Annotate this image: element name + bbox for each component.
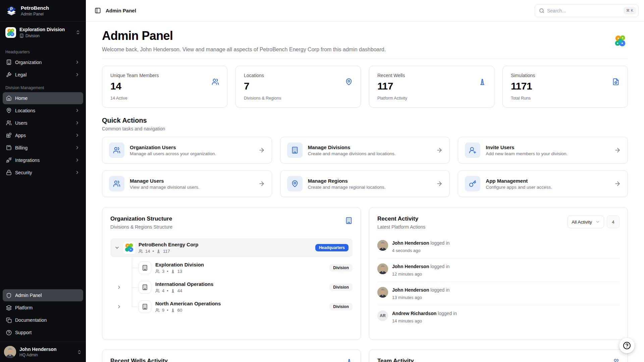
users-icon: [212, 78, 219, 85]
activity-time: 13 minutes ago: [392, 295, 620, 300]
user-menu[interactable]: John Henderson HQ Admin: [0, 342, 86, 362]
activity-avatar: [377, 263, 388, 274]
panel-title: Recent Wells Activity: [110, 358, 168, 362]
tree-node-well-count: 13: [177, 269, 182, 274]
tree-node-user-count: 9: [162, 308, 164, 313]
help-button[interactable]: [619, 338, 635, 353]
sidebar-item-label: Documentation: [15, 317, 80, 323]
sidebar-item-label: Organization: [15, 60, 71, 65]
content: Admin Panel Welcome back, John Henderson…: [86, 21, 644, 362]
sidebar-item-label: Billing: [15, 145, 71, 150]
main-area: Admin Panel ⌘ K Admin Panel Welcome back…: [86, 0, 644, 362]
activity-action: logged in: [430, 240, 449, 246]
derrick-icon: [171, 308, 175, 312]
stat-sub: Divisions & Regions: [244, 96, 353, 101]
organization-structure-panel: Organization Structure Divisions & Regio…: [102, 207, 361, 340]
activity-action: logged in: [430, 287, 449, 293]
sidebar-item-platform[interactable]: Platform: [3, 302, 83, 314]
home-icon: [6, 95, 12, 101]
derrick-icon: [479, 78, 486, 85]
chevron-down-icon[interactable]: [114, 245, 120, 250]
svg-text:P: P: [10, 6, 13, 11]
panel-title: Team Activity: [377, 358, 414, 362]
chevron-right-icon: [75, 60, 80, 65]
activity-user: John Henderson: [392, 264, 429, 269]
panel-title: Organization Structure: [110, 216, 172, 222]
search-icon: [539, 8, 544, 13]
users-icon: [113, 146, 120, 154]
derrick-icon: [156, 249, 161, 253]
arrow-right-icon: [436, 180, 443, 187]
sidebar-item-billing[interactable]: Billing: [3, 142, 83, 154]
quick-action-organization-users[interactable]: Organization Users Manage all users acro…: [102, 137, 272, 164]
sidebar-item-users[interactable]: Users: [3, 117, 83, 129]
sidebar-item-label: Platform: [15, 305, 80, 310]
sidebar-item-home[interactable]: Home: [3, 92, 83, 104]
quick-actions-subtitle: Common tasks and navigation: [102, 126, 628, 131]
activity-time: 12 minutes ago: [392, 272, 620, 277]
help-circle-icon: [623, 342, 631, 350]
tree-node-international-operations[interactable]: International Operations 4 • 44 Division: [139, 279, 353, 295]
sidebar-item-apps[interactable]: Apps: [3, 129, 83, 141]
tree-node-root[interactable]: PetroBench Energy Corp 14 • 117 Headquar…: [110, 238, 353, 257]
quick-action-manage-regions[interactable]: Manage Regions Create and manage regiona…: [280, 170, 450, 197]
brand-header: P PetroBench Admin Panel: [0, 0, 86, 21]
sidebar-item-legal[interactable]: Legal: [3, 69, 83, 81]
headquarters-badge: Headquarters: [315, 244, 348, 251]
quick-action-invite-users[interactable]: Invite Users Add new team members to you…: [458, 137, 628, 164]
sidebar-toggle-icon[interactable]: [95, 7, 101, 14]
tree-node-north-american-operations[interactable]: North American Operations 9 • 60 Divisio…: [139, 299, 353, 315]
sidebar-item-organization[interactable]: Organization: [3, 56, 83, 68]
quick-action-manage-divisions[interactable]: Manage Divisions Create and manage divis…: [280, 137, 450, 164]
sidebar-item-support[interactable]: Support: [3, 326, 83, 339]
activity-filter-select[interactable]: All Activity: [568, 216, 604, 228]
division-badge: Division: [329, 303, 353, 310]
activity-avatar: [377, 287, 388, 298]
tree-node-exploration-division[interactable]: Exploration Division 3 • 13 Division: [139, 260, 353, 276]
sidebar-item-locations[interactable]: Locations: [3, 105, 83, 117]
activity-item: John Henderson logged in 13 minutes ago: [377, 282, 620, 305]
activity-avatar: [377, 240, 388, 251]
panel-subtitle: Divisions & Regions Structure: [110, 224, 172, 230]
tree-children: Exploration Division 3 • 13 Division: [110, 260, 353, 315]
chevron-right-icon[interactable]: [116, 285, 122, 290]
activity-item: John Henderson logged in 12 minutes ago: [377, 258, 620, 282]
stat-label: Simulations: [511, 73, 620, 78]
arrow-right-icon: [614, 147, 621, 154]
recent-wells-activity-panel: Recent Wells Activity: [102, 349, 361, 362]
quick-action-title: App Management: [486, 178, 609, 184]
sidebar-item-security[interactable]: Security: [3, 167, 83, 179]
division-selector[interactable]: Exploration Division Division: [3, 24, 83, 41]
chevron-right-icon: [75, 108, 80, 113]
documentation-icon: [6, 317, 12, 323]
page-header: Admin Panel Welcome back, John Henderson…: [102, 21, 628, 59]
derrick-icon: [171, 269, 175, 274]
division-badge: Division: [329, 284, 353, 291]
stat-sub: Total Runs: [511, 96, 620, 101]
nav-section-label: Headquarters: [5, 50, 80, 54]
quick-action-desc: Add new team members to your division.: [486, 151, 609, 156]
quick-action-desc: Manage all users across your organizatio…: [130, 151, 253, 156]
tree-node-name: North American Operations: [155, 301, 325, 307]
quick-action-app-management[interactable]: App Management Configure apps and user a…: [458, 170, 628, 197]
arrow-right-icon: [258, 180, 265, 187]
sidebar-item-documentation[interactable]: Documentation: [3, 314, 83, 326]
quick-action-title: Manage Divisions: [308, 144, 431, 150]
users-icon: [613, 358, 620, 362]
tree-node-well-count: 60: [177, 308, 182, 313]
sidebar-item-admin-panel[interactable]: Admin Panel: [3, 289, 83, 301]
users-icon: [139, 249, 143, 253]
building-icon: [19, 34, 24, 38]
chevron-right-icon[interactable]: [116, 304, 122, 309]
shield-icon: [6, 293, 12, 298]
sidebar-item-integrations[interactable]: Integrations: [3, 154, 83, 166]
search-input[interactable]: [547, 8, 621, 13]
brand-subtitle: Admin Panel: [21, 12, 80, 16]
search-box[interactable]: ⌘ K: [535, 4, 639, 17]
users-icon: [155, 308, 160, 312]
users-icon: [113, 180, 120, 187]
quick-action-manage-users[interactable]: Manage Users View and manage divisional …: [102, 170, 272, 197]
quick-action-title: Invite Users: [486, 144, 609, 150]
sidebar-item-label: Users: [15, 120, 71, 126]
activity-filter-value: All Activity: [572, 220, 592, 225]
